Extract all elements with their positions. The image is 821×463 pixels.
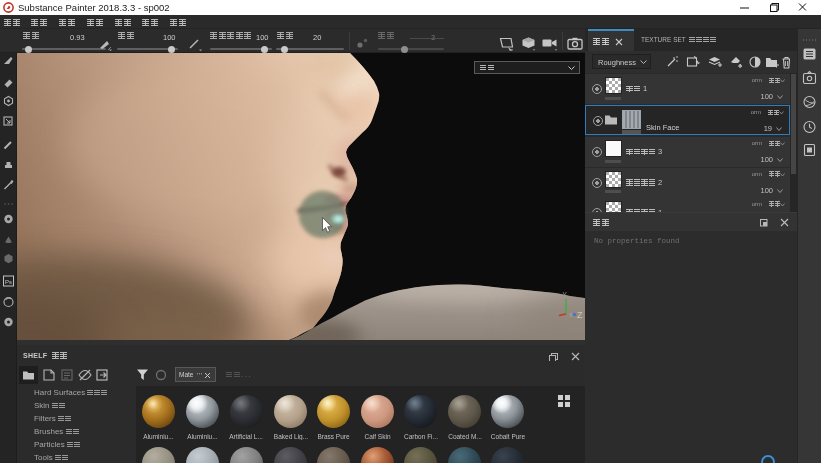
svg-text:Ps: Ps — [5, 279, 12, 285]
svg-text:Y: Y — [563, 291, 568, 298]
svg-text:x: x — [569, 311, 573, 318]
svg-text:Z: Z — [577, 310, 583, 320]
